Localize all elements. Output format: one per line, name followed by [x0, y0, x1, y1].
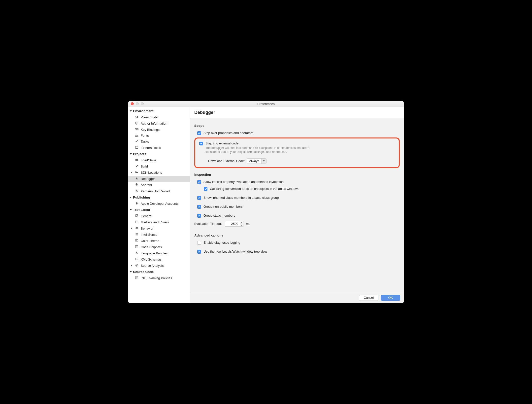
hammer-icon [135, 164, 139, 168]
sidebar-category[interactable]: Environment [128, 108, 190, 114]
behavior-icon [135, 226, 139, 231]
sidebar-item-android[interactable]: Android [128, 182, 190, 188]
sidebar-item-label: Key Bindings [141, 128, 160, 132]
sidebar-item--net-naming-policies[interactable]: .NET Naming Policies [128, 275, 190, 281]
sidebar-item-language-bundles[interactable]: Language Bundles [128, 250, 190, 256]
svg-rect-3 [135, 128, 138, 130]
titlebar: Preferences [128, 101, 404, 107]
sidebar-category[interactable]: Text Editor [128, 207, 190, 213]
svg-rect-15 [136, 240, 137, 241]
sidebar-item-source-analysis[interactable]: Source Analysis [128, 263, 190, 269]
gear-icon [135, 189, 139, 193]
svg-point-13 [136, 227, 138, 229]
input-timeout[interactable]: ▲ ▼ [225, 221, 243, 227]
window-title: Preferences [128, 102, 404, 106]
gear-icon [135, 251, 139, 255]
sidebar-item-intellisense[interactable]: IntelliSense [128, 232, 190, 238]
row-call-string: Call string-conversion function on objec… [194, 185, 400, 192]
sidebar-item-general[interactable]: General [128, 213, 190, 219]
sidebar-item-label: Load/Save [141, 158, 156, 162]
label-allow-implicit: Allow implicit property evaluation and m… [203, 180, 284, 184]
sidebar-item-behavior[interactable]: Behavior [128, 225, 190, 232]
sidebar-item-key-bindings[interactable]: Key Bindings [128, 127, 190, 133]
svg-rect-6 [135, 159, 138, 159]
chevron-icon [130, 271, 132, 272]
sidebar-category[interactable]: Publishing [128, 194, 190, 201]
label-group-nonpublic: Group non-public members [203, 205, 243, 208]
sidebar-category[interactable]: Projects [128, 151, 190, 157]
preferences-window: Preferences EnvironmentVisual StyleAutho… [128, 101, 404, 303]
label-timeout: Evaluation Timeout: [194, 222, 223, 226]
sidebar-item-color-theme[interactable]: Color Theme [128, 238, 190, 244]
category-label: Source Code [133, 270, 154, 274]
tools-icon [135, 146, 139, 150]
keyboard-icon [135, 128, 139, 132]
smile-icon [135, 121, 139, 126]
label-diagnostic: Enable diagnostic logging [203, 241, 240, 244]
checkbox-show-inherited[interactable] [197, 196, 201, 200]
timeout-field[interactable] [225, 221, 240, 226]
stepper-up-icon[interactable]: ▲ [240, 221, 243, 224]
sidebar-item-load-save[interactable]: Load/Save [128, 157, 190, 163]
label-group-static: Group static members [203, 214, 235, 217]
label-show-inherited: Show inherited class members in a base c… [203, 196, 279, 200]
sidebar-item-label: XML Schemas [141, 258, 162, 261]
target-icon [135, 264, 139, 268]
checkbox-diagnostic[interactable] [197, 241, 201, 245]
row-locals-tree: Use the new Locals/Watch window tree vie… [194, 248, 400, 255]
chevron-right-icon [131, 265, 132, 266]
svg-rect-4 [135, 146, 138, 148]
row-timeout: Evaluation Timeout: ▲ ▼ ms [194, 219, 400, 228]
sidebar-item-external-tools[interactable]: External Tools [128, 145, 190, 151]
category-label: Publishing [133, 196, 150, 199]
sidebar-category[interactable]: Source Code [128, 269, 190, 275]
category-label: Text Editor [133, 208, 150, 212]
cancel-button[interactable]: Cancel [359, 295, 378, 301]
label-step-over: Step over properties and operators [203, 131, 253, 135]
sidebar-item-xamarin-hot-reload[interactable]: Xamarin Hot Reload [128, 188, 190, 194]
eye-icon [135, 115, 139, 119]
sidebar-item-debugger[interactable]: Debugger [128, 176, 190, 182]
checkbox-group-static[interactable] [197, 214, 201, 218]
sidebar-item-markers-and-rulers[interactable]: Markers and Rulers [128, 219, 190, 225]
stepper: ▲ ▼ [240, 221, 243, 226]
row-group-nonpublic: Group non-public members [194, 203, 400, 210]
apple-icon [135, 202, 139, 206]
checkbox-allow-implicit[interactable] [197, 180, 201, 184]
label-call-string: Call string-conversion function on objec… [210, 187, 299, 191]
svg-point-7 [136, 178, 137, 179]
checkbox-step-into[interactable] [199, 142, 203, 145]
sidebar-item-code-snippets[interactable]: Code Snippets [128, 244, 190, 250]
sidebar-item-sdk-locations[interactable]: SDK Locations [128, 169, 190, 176]
category-label: Environment [133, 109, 154, 113]
checkbox-call-string[interactable] [204, 187, 207, 191]
ok-button[interactable]: OK [381, 295, 400, 301]
checkbox-locals-tree[interactable] [197, 250, 201, 254]
sidebar-item-apple-developer-accounts[interactable]: Apple Developer Accounts [128, 201, 190, 207]
sidebar-item-tasks[interactable]: Tasks [128, 138, 190, 145]
ruler-icon [135, 220, 139, 224]
sidebar-item-visual-style[interactable]: Visual Style [128, 114, 190, 120]
chevron-down-icon [261, 159, 266, 164]
android-icon [135, 183, 139, 187]
folder-icon [135, 170, 139, 175]
sidebar-item-fonts[interactable]: AaFonts [128, 133, 190, 138]
bug-icon [135, 177, 139, 181]
svg-rect-14 [135, 239, 138, 241]
svg-rect-16 [135, 245, 138, 248]
select-download-external[interactable]: Always [247, 158, 266, 164]
stepper-down-icon[interactable]: ▼ [240, 224, 243, 226]
sidebar-item-label: .NET Naming Policies [141, 276, 172, 280]
disk-icon [135, 158, 139, 162]
checkbox-group-nonpublic[interactable] [197, 205, 201, 209]
checkbox-step-over[interactable] [197, 131, 201, 135]
row-download-external: Download External Code: Always [208, 158, 397, 164]
sidebar-item-xml-schemas[interactable]: XML Schemas [128, 256, 190, 263]
main-content: Scope Step over properties and operators… [190, 118, 404, 292]
sidebar: EnvironmentVisual StyleAuthor Informatio… [128, 107, 190, 303]
palette-icon [135, 239, 139, 243]
sidebar-item-build[interactable]: Build [128, 163, 190, 169]
sidebar-item-label: Fonts [141, 134, 149, 137]
sidebar-item-author-information[interactable]: Author Information [128, 120, 190, 127]
check-icon [135, 139, 139, 144]
